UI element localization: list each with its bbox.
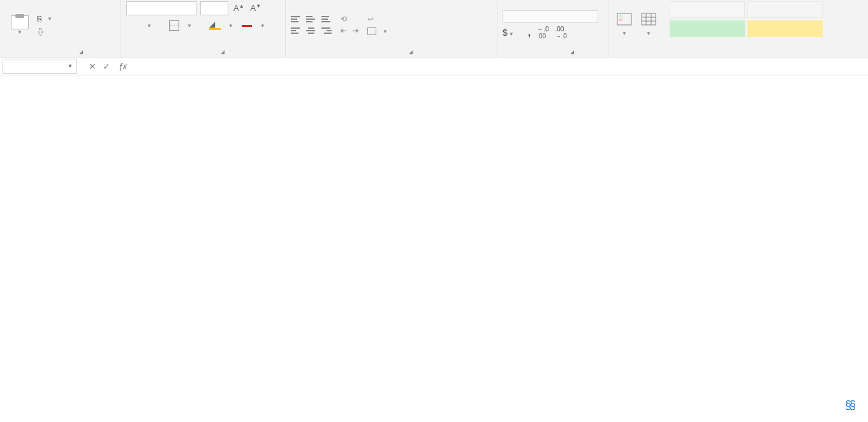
chevron-down-icon[interactable]: ▼ [227, 23, 235, 29]
logo-icon: §§ [845, 398, 854, 412]
decrease-font-button[interactable]: A▼ [249, 3, 263, 13]
enter-button[interactable]: ✓ [99, 61, 114, 72]
align-middle-button[interactable] [306, 15, 316, 24]
paste-button[interactable]: ▼ [8, 15, 31, 35]
ribbon: ▼ ⎘ ▼ ◢ A▲ A▼ [0, 0, 868, 57]
svg-rect-2 [619, 19, 622, 21]
decrease-decimal-button[interactable]: .00→.0 [555, 26, 567, 40]
increase-font-button[interactable]: A▲ [232, 3, 246, 13]
copy-button[interactable]: ⎘ ▼ [34, 13, 57, 25]
font-size-combo[interactable] [200, 1, 228, 15]
format-as-table-button[interactable]: ▼ [638, 12, 659, 36]
table-icon [640, 12, 657, 26]
dialog-launcher-icon[interactable]: ◢ [570, 49, 574, 55]
formula-bar: ▼ ✕ ✓ ƒx [0, 57, 868, 75]
increase-indent-button[interactable]: ⇥ [352, 26, 358, 35]
decrease-indent-button[interactable]: ⇤ [341, 26, 347, 35]
format-painter-button[interactable] [34, 26, 57, 38]
chevron-down-icon[interactable]: ▼ [68, 63, 73, 69]
align-left-button[interactable] [291, 26, 301, 35]
increase-decimal-button[interactable]: ←.0.00 [537, 26, 548, 40]
align-right-button[interactable] [321, 26, 332, 35]
conditional-formatting-button[interactable]: ▼ [614, 12, 635, 36]
fill-color-button[interactable]: ◢ [209, 21, 221, 30]
orientation-button[interactable]: ⟲ [341, 15, 347, 24]
style-neutral[interactable] [747, 20, 823, 37]
ribbon-group-number: $▼ , ←.0.00 .00→.0 ◢ [497, 0, 608, 57]
align-top-button[interactable] [291, 15, 301, 24]
fx-button[interactable]: ƒx [114, 62, 132, 71]
cancel-button[interactable]: ✕ [85, 61, 99, 72]
font-color-button[interactable] [241, 25, 253, 27]
number-format-combo[interactable] [503, 10, 598, 23]
merge-icon [367, 27, 376, 35]
align-bottom-button[interactable] [321, 15, 332, 24]
ribbon-group-cell-styles [665, 0, 868, 57]
chevron-down-icon: ▼ [621, 31, 628, 36]
name-box[interactable]: ▼ [3, 59, 77, 74]
merge-center-button[interactable]: ▼ [367, 27, 389, 35]
dialog-launcher-icon[interactable]: ◢ [79, 49, 83, 55]
bucket-icon: ◢ [209, 21, 221, 27]
comma-style-button[interactable]: , [528, 27, 531, 38]
dialog-launcher-icon[interactable]: ◢ [409, 49, 413, 55]
chevron-down-icon[interactable]: ▼ [186, 23, 193, 29]
style-bad[interactable] [747, 1, 823, 18]
style-normal[interactable] [670, 1, 745, 18]
brush-icon [37, 27, 45, 36]
chevron-down-icon[interactable]: ▼ [145, 23, 153, 29]
chevron-down-icon[interactable]: ▼ [46, 16, 54, 22]
borders-button[interactable] [169, 20, 179, 31]
svg-rect-1 [619, 15, 622, 17]
wrap-icon: ↩ [367, 15, 374, 24]
svg-rect-3 [642, 13, 656, 25]
style-good[interactable] [670, 20, 745, 37]
chevron-down-icon[interactable]: ▼ [381, 29, 389, 34]
ribbon-group-styles-buttons: ▼ ▼ [608, 0, 665, 57]
align-center-button[interactable] [306, 26, 316, 35]
font-name-combo[interactable] [126, 1, 196, 15]
accounting-format-button[interactable]: $▼ [503, 27, 515, 38]
chevron-down-icon: ▼ [645, 31, 652, 36]
ribbon-group-font: A▲ A▼ ▼ ▼ ◢ ▼ ▼ ◢ [121, 0, 286, 57]
paste-icon [11, 15, 29, 29]
wrap-text-button[interactable]: ↩ [367, 15, 389, 24]
conditional-formatting-icon [616, 12, 633, 26]
dialog-launcher-icon[interactable]: ◢ [221, 49, 224, 55]
chevron-down-icon[interactable]: ▼ [259, 23, 267, 29]
subscribe-watermark: §§ [845, 398, 854, 412]
ribbon-group-alignment: ⟲ ⇤ ⇥ ↩ ▼ [286, 0, 497, 57]
copy-icon: ⎘ [37, 14, 42, 24]
ribbon-group-clipboard: ▼ ⎘ ▼ ◢ [3, 0, 121, 57]
chevron-down-icon[interactable]: ▼ [17, 29, 22, 35]
